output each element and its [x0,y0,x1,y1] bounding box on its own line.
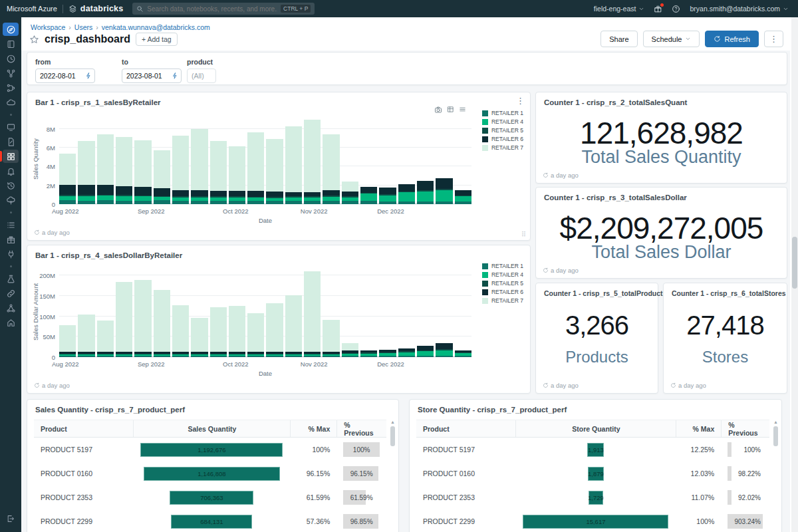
quantity-bar-cell: 1,146,808 [133,462,290,485]
bar-segment [304,201,321,204]
bar-segment [78,185,94,195]
sidebar-item-network[interactable] [3,301,19,315]
column-header[interactable]: % Previous [721,420,769,437]
last-updated: a day ago [34,229,70,236]
updated-text: a day ago [551,172,579,179]
filter-from-input[interactable] [40,72,82,80]
bar-segment [417,346,434,350]
filter-product-input[interactable] [192,72,209,80]
bell-icon [6,166,16,176]
scrollbar-thumb[interactable] [773,426,778,446]
column-header[interactable]: % Previous [336,420,386,437]
sidebar-item-plug[interactable] [3,247,19,261]
sidebar-item-home[interactable] [3,316,19,329]
chevron-down-icon [685,36,691,42]
card-menu-icon[interactable]: ⋮ [516,96,525,105]
flask-icon [6,274,16,284]
sidebar-item-notebook[interactable] [3,37,19,51]
legend-item[interactable]: RETAILER 6 [482,289,523,295]
lightning-icon[interactable] [85,72,92,79]
stacked-bar [116,267,132,357]
sidebar-item-box[interactable] [3,233,19,246]
product-cell: PRODUCT 2299 [34,509,133,532]
column-header[interactable]: % Max [676,420,721,437]
legend-item[interactable]: RETAILER 4 [482,271,523,278]
sidebar-item-bell[interactable] [3,164,19,178]
sidebar-item-grid[interactable] [3,150,19,163]
breadcrumb-user-folder[interactable]: venkata.wunnava@databricks.com [102,23,210,31]
bar-segment [360,194,377,201]
scrollbar-thumb[interactable] [390,426,395,446]
share-button[interactable]: Share [600,31,637,47]
counter-value: $2,209,272,005 [536,213,787,243]
legend-item[interactable]: RETAILER 7 [482,297,523,304]
column-header[interactable]: Store Quantity [515,420,676,437]
refresh-button[interactable]: Refresh [705,31,759,47]
resize-handle[interactable]: ⠿ [521,231,526,238]
sidebar-item-flask[interactable] [3,272,19,285]
sidebar-item-cloud[interactable] [3,96,19,109]
page-scrollbar[interactable] [791,17,798,532]
sidebar-item-file-pen[interactable] [3,135,19,148]
sidebar-item-cloud-up[interactable] [3,194,19,207]
sidebar-item-exit[interactable] [3,512,19,525]
sidebar-item-nodes[interactable] [3,66,19,80]
bar-segment [172,190,189,197]
legend-item[interactable]: RETAILER 1 [482,263,523,269]
bars-area [59,114,471,204]
column-header[interactable]: Product [34,420,133,437]
x-tick-label: Nov 2022 [301,207,328,215]
workspace-switcher[interactable]: field-eng-east [594,5,645,13]
previous-pct-label: 903.24% [728,514,763,529]
plot-menu-icon[interactable] [459,106,466,114]
column-header[interactable]: % Max [290,420,336,437]
bars-area [59,267,471,357]
bar-segment [191,201,207,204]
more-options-button[interactable]: ⋮ [764,31,783,47]
account-menu[interactable]: bryan.smith@databricks.com [690,5,789,13]
breadcrumb-workspace[interactable]: Workspace [31,23,65,31]
sidebar-item-monitor[interactable] [3,120,19,134]
sidebar-item-compass[interactable] [3,23,19,36]
legend-item[interactable]: RETAILER 5 [482,280,523,287]
sidebar-item-history[interactable] [3,179,19,192]
column-header[interactable]: Product [416,420,515,437]
sidebar-item-list[interactable] [3,218,19,231]
legend-swatch [482,272,488,278]
sidebar-item-branch[interactable] [3,81,19,94]
breadcrumb-users[interactable]: Users [74,23,92,31]
schedule-button[interactable]: Schedule [643,31,700,47]
filter-to-input[interactable] [126,72,169,80]
scroll-up-arrow[interactable]: ▲ [773,420,779,425]
stacked-bar [172,114,189,204]
legend-item[interactable]: RETAILER 4 [482,118,523,125]
bar-segment [116,196,132,201]
bar-segment [229,191,245,197]
bar-segment [398,356,415,357]
legend-item[interactable]: RETAILER 6 [482,136,523,142]
favorite-star-icon[interactable] [29,35,39,45]
lightning-icon[interactable] [172,72,178,79]
legend-item[interactable]: RETAILER 1 [482,110,523,116]
sidebar-item-clock[interactable] [3,52,19,65]
search-input[interactable] [147,5,277,13]
updated-text: a day ago [551,382,579,389]
legend-swatch [482,128,488,134]
scroll-up-arrow[interactable]: ▲ [390,420,396,425]
global-search[interactable]: CTRL + P [132,3,315,15]
help-button[interactable] [672,5,680,13]
column-header[interactable]: Sales Quantity [133,420,290,437]
add-tag-button[interactable]: + Add tag [136,33,178,46]
whats-new-button[interactable] [654,5,662,13]
download-plot-icon[interactable] [434,106,442,114]
page-scrollbar-thumb[interactable] [792,237,797,289]
x-tick-label: Oct 2022 [223,207,249,215]
zoom-icon[interactable] [447,106,454,114]
databricks-logo[interactable]: databricks [68,4,124,13]
bar-segment [360,356,377,357]
legend-item[interactable]: RETAILER 7 [482,144,523,151]
last-updated: a day ago [543,172,579,179]
legend-item[interactable]: RETAILER 5 [482,127,523,134]
sidebar-item-link[interactable] [3,287,19,300]
bar-segment [78,141,94,185]
